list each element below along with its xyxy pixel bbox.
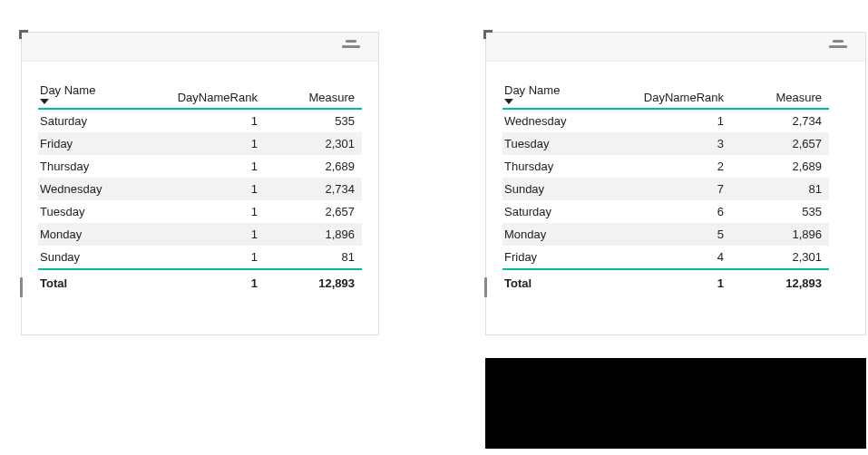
cell-rank: 1 [168, 109, 265, 132]
total-rank: 1 [168, 269, 265, 296]
cell-dayname: Monday [502, 223, 633, 246]
table-container: Day Name DayNameRank Measure Wednesday 1… [486, 62, 865, 296]
cell-measure: 2,689 [731, 155, 829, 178]
total-measure: 12,893 [265, 269, 362, 296]
cell-rank: 6 [633, 200, 731, 223]
cell-rank: 3 [633, 132, 731, 155]
cell-measure: 2,657 [731, 132, 829, 155]
cell-rank: 4 [633, 246, 731, 269]
column-header-rank[interactable]: DayNameRank [168, 78, 265, 109]
cell-dayname: Sunday [38, 246, 168, 269]
table-row[interactable]: Thursday 2 2,689 [502, 155, 829, 178]
table-row[interactable]: Tuesday 3 2,657 [502, 132, 829, 155]
cell-dayname: Friday [38, 132, 168, 155]
cell-measure: 2,301 [265, 132, 362, 155]
data-table: Day Name DayNameRank Measure Saturday 1 … [38, 78, 362, 296]
cell-rank: 1 [168, 223, 265, 246]
column-header-measure[interactable]: Measure [731, 78, 829, 109]
cell-rank: 1 [168, 246, 265, 269]
table-visual-right[interactable]: Day Name DayNameRank Measure Wednesday 1… [485, 32, 866, 335]
cell-measure: 2,657 [265, 200, 362, 223]
column-header-rank[interactable]: DayNameRank [633, 78, 731, 109]
total-label: Total [502, 269, 633, 296]
cell-dayname: Saturday [38, 109, 168, 132]
column-header-measure[interactable]: Measure [265, 78, 362, 109]
table-container: Day Name DayNameRank Measure Saturday 1 … [22, 62, 378, 296]
table-row[interactable]: Friday 1 2,301 [38, 132, 362, 155]
cell-measure: 2,734 [265, 178, 362, 200]
total-rank: 1 [633, 269, 731, 296]
cell-rank: 7 [633, 178, 731, 200]
resize-handle-left-icon[interactable] [20, 277, 23, 297]
cell-measure: 535 [265, 109, 362, 132]
column-header-dayname[interactable]: Day Name [502, 78, 633, 109]
cell-rank: 1 [633, 109, 731, 132]
table-visual-left[interactable]: Day Name DayNameRank Measure Saturday 1 … [21, 32, 379, 335]
cell-dayname: Monday [38, 223, 168, 246]
table-row[interactable]: Saturday 1 535 [38, 109, 362, 132]
cell-rank: 5 [633, 223, 731, 246]
focus-grip-icon[interactable] [342, 40, 360, 48]
visual-header[interactable] [22, 33, 378, 62]
column-header-label: Measure [308, 91, 355, 104]
cell-rank: 1 [168, 132, 265, 155]
focus-grip-icon[interactable] [829, 40, 847, 48]
table-row[interactable]: Wednesday 1 2,734 [38, 178, 362, 200]
column-header-label: Day Name [40, 83, 95, 97]
cell-dayname: Wednesday [502, 109, 633, 132]
sort-desc-icon [504, 99, 513, 104]
total-measure: 12,893 [731, 269, 829, 296]
visual-header[interactable] [486, 33, 865, 62]
table-row[interactable]: Monday 5 1,896 [502, 223, 829, 246]
resize-handle-left-icon[interactable] [484, 277, 487, 297]
table-row[interactable]: Sunday 7 81 [502, 178, 829, 200]
table-header-row: Day Name DayNameRank Measure [38, 78, 362, 109]
column-header-label: DayNameRank [178, 91, 258, 104]
column-header-label: Day Name [504, 83, 560, 97]
cell-dayname: Thursday [38, 155, 168, 178]
cell-measure: 81 [731, 178, 829, 200]
cell-rank: 1 [168, 178, 265, 200]
column-header-label: Measure [775, 91, 822, 104]
black-block [485, 358, 866, 449]
cell-rank: 1 [168, 200, 265, 223]
total-label: Total [38, 269, 168, 296]
cell-rank: 2 [633, 155, 731, 178]
cell-dayname: Wednesday [38, 178, 168, 200]
table-row[interactable]: Friday 4 2,301 [502, 246, 829, 269]
cell-measure: 2,734 [731, 109, 829, 132]
cell-measure: 1,896 [731, 223, 829, 246]
table-row[interactable]: Saturday 6 535 [502, 200, 829, 223]
table-row[interactable]: Monday 1 1,896 [38, 223, 362, 246]
total-row: Total 1 12,893 [502, 269, 829, 296]
cell-dayname: Tuesday [38, 200, 168, 223]
cell-dayname: Sunday [502, 178, 633, 200]
table-row[interactable]: Tuesday 1 2,657 [38, 200, 362, 223]
cell-measure: 2,301 [731, 246, 829, 269]
column-header-label: DayNameRank [644, 91, 724, 104]
cell-dayname: Thursday [502, 155, 633, 178]
cell-measure: 81 [265, 246, 362, 269]
cell-dayname: Tuesday [502, 132, 633, 155]
cell-rank: 1 [168, 155, 265, 178]
table-row[interactable]: Thursday 1 2,689 [38, 155, 362, 178]
column-header-dayname[interactable]: Day Name [38, 78, 168, 109]
cell-measure: 535 [731, 200, 829, 223]
cell-dayname: Saturday [502, 200, 633, 223]
sort-desc-icon [40, 99, 49, 104]
cell-dayname: Friday [502, 246, 633, 269]
table-header-row: Day Name DayNameRank Measure [502, 78, 829, 109]
cell-measure: 1,896 [265, 223, 362, 246]
total-row: Total 1 12,893 [38, 269, 362, 296]
cell-measure: 2,689 [265, 155, 362, 178]
table-row[interactable]: Wednesday 1 2,734 [502, 109, 829, 132]
data-table: Day Name DayNameRank Measure Wednesday 1… [502, 78, 829, 296]
table-row[interactable]: Sunday 1 81 [38, 246, 362, 269]
